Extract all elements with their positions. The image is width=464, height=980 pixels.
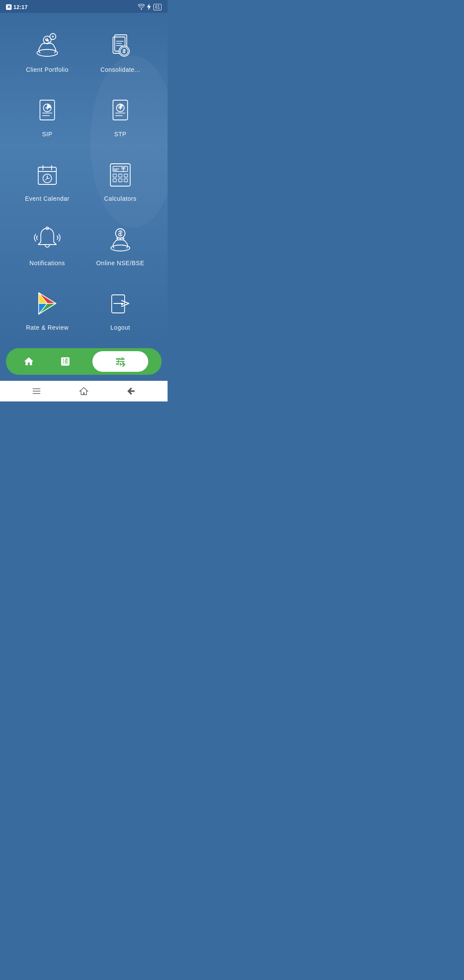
svg-rect-19	[119, 179, 122, 182]
menu-item-event-calendar[interactable]: Event Calendar	[13, 155, 82, 206]
svg-rect-13	[110, 164, 130, 186]
menu-item-online-nse-bse[interactable]: Online NSE/BSE	[86, 219, 155, 271]
bell-icon	[32, 224, 63, 254]
logout-label: Logout	[110, 324, 130, 331]
android-nav	[0, 381, 168, 401]
menu-item-logout[interactable]: Logout	[86, 284, 155, 335]
nse-icon	[105, 224, 136, 254]
calculators-label: Calculators	[104, 195, 137, 202]
menu-item-client-portfolio[interactable]: Client Portfolio	[13, 26, 82, 77]
svg-rect-17	[124, 174, 128, 177]
stp-label: STP	[114, 131, 127, 138]
home-nav-button[interactable]	[19, 352, 38, 371]
svg-rect-7	[40, 100, 55, 120]
menu-item-calculators[interactable]: Calculators	[86, 155, 155, 206]
menu-item-notifications[interactable]: Notifications	[13, 219, 82, 271]
calculator-nav-button[interactable]	[56, 352, 75, 371]
menu-grid: Client Portfolio Consolidate...	[4, 21, 163, 340]
status-time: ✕ 12:17	[6, 4, 27, 10]
consolidate-icon	[105, 30, 136, 61]
menu-item-sip[interactable]: SIP	[13, 90, 82, 142]
svg-rect-18	[113, 179, 116, 182]
settings-nav-button[interactable]	[92, 351, 148, 372]
event-calendar-label: Event Calendar	[25, 195, 70, 202]
svg-rect-9	[113, 100, 128, 120]
portfolio-icon	[32, 30, 63, 61]
client-portfolio-label: Client Portfolio	[26, 66, 68, 73]
wifi-icon	[138, 4, 145, 10]
notifications-label: Notifications	[30, 260, 65, 266]
menu-item-stp[interactable]: STP	[86, 90, 155, 142]
battery-indicator: 61	[153, 4, 162, 10]
calendar-icon	[32, 159, 63, 190]
charging-icon	[147, 3, 151, 10]
menu-item-consolidate[interactable]: Consolidate...	[86, 26, 155, 77]
stp-icon	[105, 95, 136, 126]
consolidate-label: Consolidate...	[101, 66, 140, 73]
svg-rect-15	[113, 174, 116, 177]
android-menu-button[interactable]	[32, 386, 41, 396]
svg-point-30	[121, 303, 123, 305]
playstore-icon	[32, 288, 63, 319]
status-icons: 61	[138, 3, 162, 10]
sip-icon	[32, 95, 63, 126]
status-bar: ✕ 12:17 61	[0, 0, 168, 13]
android-back-button[interactable]	[126, 386, 136, 396]
logout-icon	[105, 288, 136, 319]
sip-label: SIP	[42, 131, 52, 138]
main-content: Client Portfolio Consolidate...	[0, 13, 168, 344]
rate-review-label: Rate & Review	[26, 324, 68, 331]
svg-rect-16	[119, 174, 122, 177]
bottom-nav	[6, 348, 162, 375]
svg-rect-20	[124, 179, 128, 182]
online-nse-bse-label: Online NSE/BSE	[96, 260, 144, 266]
android-home-button[interactable]	[79, 386, 89, 396]
calculator-icon	[105, 159, 136, 190]
menu-item-rate-review[interactable]: Rate & Review	[13, 284, 82, 335]
status-x-icon: ✕	[6, 4, 12, 10]
